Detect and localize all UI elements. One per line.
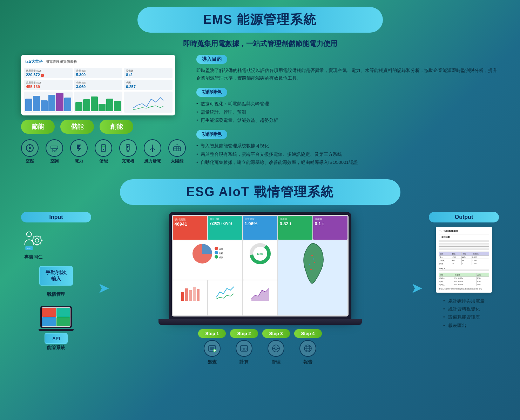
cat-pill-1: 節能	[21, 120, 55, 134]
manual-input-box: 手動/批次輸入	[39, 266, 73, 286]
small-card-1	[42, 308, 56, 317]
step-1-pill: Step 1	[198, 329, 226, 338]
dash-header: tsti大世科 用電管理總覽儀表板	[24, 58, 173, 66]
category-row: 節能 儲能 創能	[21, 120, 186, 134]
cat-pill-3: 創能	[100, 120, 133, 134]
svg-point-40	[215, 247, 218, 250]
person-gear-svg: ESG	[21, 228, 46, 253]
person-label: 專責同仁	[24, 254, 42, 260]
step-3-icon	[268, 340, 284, 357]
energy-system-label: 能管系統	[47, 345, 65, 351]
charger-icon	[119, 139, 137, 157]
dash-grid: 總用電量(kWh) 220.372↑ 需量(kW) 5.309 設備數 8+2 …	[24, 68, 173, 90]
svg-line-33	[40, 243, 41, 244]
report-mockup: 一、活動數據盤查 一 業性活量 項目 數值 單位 排放因子 電力 1234	[436, 227, 492, 293]
svg-rect-66	[241, 346, 248, 351]
svg-line-32	[33, 236, 34, 237]
wind-label: 風力發電	[144, 158, 161, 164]
screen-map	[278, 240, 347, 315]
ems-dashboard-column: tsti大世科 用電管理總覽儀表板 總用電量(kWh) 220.372↑ 需量(…	[21, 55, 186, 164]
ems-title: EMS 能源管理系統	[151, 11, 369, 28]
feature-item-1-3: 再生能源發電量、儲能效益、趨勢分析	[196, 116, 499, 124]
charger-label: 充電樁	[122, 158, 134, 164]
dash-bar-chart-1	[24, 92, 73, 113]
svg-text:碳排: 碳排	[218, 248, 223, 250]
feature-tag-1: 功能特色	[196, 88, 227, 97]
screen-stat-2: 能源消耗 72929 (kWh)	[208, 216, 242, 240]
ac-label: 空調	[50, 158, 59, 164]
dash-logo: tsti大世科	[25, 59, 43, 64]
step-4-label: 報告	[303, 359, 312, 365]
laptop-container: 碳排總量 46941 能源消耗 72929 (kWh) 計算精度 1.96%	[116, 212, 404, 365]
svg-text:減碳: 減碳	[219, 256, 223, 259]
solar-label: 太陽能	[171, 158, 183, 164]
svg-rect-5	[52, 149, 56, 150]
svg-point-51	[310, 269, 312, 270]
step-3-label: 管理	[271, 359, 281, 365]
svg-point-53	[309, 264, 310, 265]
ems-title-pill: EMS 能源管理系統	[137, 7, 383, 33]
intro-tag: 導入目的	[196, 55, 227, 64]
ac-icon	[46, 139, 63, 157]
screen-stat-5: 減碳量 0.1 t	[313, 216, 347, 240]
feature-item-1-1: 數據可視化：耗電熱點與尖峰管理	[196, 100, 499, 108]
step-4-pill: Step 4	[294, 329, 322, 338]
screen-donut-chart: 63%	[243, 240, 277, 280]
step-2: Step 2 計算	[230, 329, 258, 365]
svg-point-50	[314, 262, 315, 263]
svg-rect-13	[126, 145, 130, 150]
person-icon-area: ESG 專責同仁	[21, 228, 46, 260]
output-item-3: 設備耗能資訊表	[443, 313, 485, 321]
output-item-1: 累計碳排與用電量	[443, 297, 485, 305]
small-laptop	[40, 306, 72, 328]
arrow-left-to-laptop: ➤	[98, 281, 109, 296]
screen-stat-4: 碳排量 0.82 t	[278, 216, 312, 240]
ems-subtitle: 即時蒐集用電數據，一站式管理創儲節能電力使用	[21, 39, 499, 48]
svg-point-27	[35, 238, 39, 242]
api-box: API	[45, 333, 68, 344]
laptop-base	[158, 319, 362, 325]
feature-item-1-2: 需量統計、管理、預測	[196, 108, 499, 116]
screen-stat-3: 計算精度 1.96%	[243, 216, 277, 240]
cat-pill-2: 儲能	[60, 120, 94, 134]
svg-rect-4	[51, 146, 58, 149]
air-pressure-label: 空壓	[26, 158, 34, 164]
output-list: 累計碳排與用電量 統計資料視覺化 設備耗能資訊表 報表匯出	[443, 297, 485, 330]
screen-stat-1: 碳排總量 46941	[173, 216, 207, 240]
step-4: Step 4 報告	[294, 329, 322, 365]
person-flow-row: ESG 專責同仁	[21, 228, 91, 260]
step-2-label: 計算	[239, 359, 249, 365]
svg-point-72	[275, 347, 277, 350]
svg-point-42	[215, 251, 218, 254]
ems-icons-row: 空壓 空調	[21, 139, 186, 164]
output-label: Output	[429, 212, 499, 222]
manual-input-label: 手動/批次輸入	[46, 269, 67, 281]
svg-point-1	[29, 147, 31, 149]
icon-item-solar: 太陽能	[168, 139, 186, 164]
screen-line-chart-small	[208, 280, 242, 315]
svg-rect-54	[181, 292, 184, 301]
svg-rect-57	[193, 287, 196, 301]
dash-charts	[24, 92, 173, 113]
step-2-pill: Step 2	[230, 329, 258, 338]
screen-bar-chart-small	[173, 280, 207, 315]
storage-icon	[95, 139, 112, 157]
small-card-3	[42, 317, 56, 326]
dash-card-3: 設備數 8+2	[124, 68, 173, 78]
esg-section: ESG AIoT 戰情管理系統 Input	[0, 176, 520, 372]
esg-title-pill: ESG AIoT 戰情管理系統	[120, 179, 400, 205]
ems-dashboard-mockup: tsti大世科 用電管理總覽儀表板 總用電量(kWh) 220.372↑ 需量(…	[21, 55, 175, 115]
screen-area-chart	[243, 280, 277, 315]
feature-list-2: 導入智慧節能管理系統數據可視化 易於整合現有系統，雲端平台支援多電錶、多通訊協定…	[196, 142, 499, 166]
intro-text: 即時監測了解設備的耗電狀況以評估各項用電設備耗能是否異常，實現空氣、電力、水等能…	[196, 67, 499, 82]
svg-rect-68	[242, 348, 246, 350]
ems-content: tsti大世科 用電管理總覽儀表板 總用電量(kWh) 220.372↑ 需量(…	[21, 55, 499, 172]
svg-point-21	[152, 147, 153, 149]
esg-title: ESG AIoT 戰情管理系統	[134, 184, 386, 201]
air-pressure-icon	[21, 139, 39, 157]
power-label: 電力	[75, 158, 83, 164]
svg-text:能耗: 能耗	[219, 252, 223, 254]
dash-card-4: 月用電量(kWh) 455.169	[24, 80, 73, 90]
svg-line-6	[52, 151, 53, 152]
feature-item-2-1: 導入智慧節能管理系統數據可視化	[196, 142, 499, 150]
